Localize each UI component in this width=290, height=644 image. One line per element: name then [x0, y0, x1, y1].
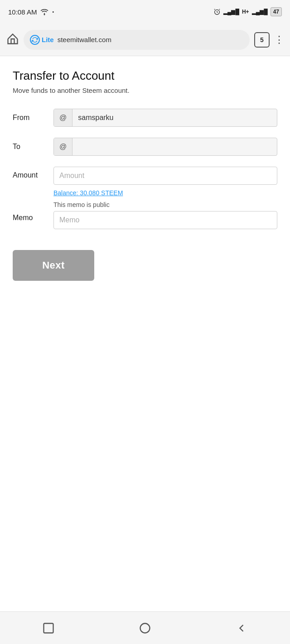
wifi-icon	[40, 8, 48, 16]
amount-section: Amount Balance: 30.080 STEEM	[13, 167, 277, 197]
from-input-wrapper: @	[53, 109, 277, 127]
status-bar: 10:08 AM • ▂▄▆█ H+ ▂▄▆█ 47	[0, 0, 290, 24]
reload-icon	[30, 35, 40, 45]
amount-label: Amount	[13, 167, 53, 179]
browser-bar: Lite steemitwallet.com 5 ⋮	[0, 24, 290, 56]
memo-label: Memo	[13, 201, 53, 222]
memo-input[interactable]	[54, 211, 277, 229]
amount-input[interactable]	[54, 167, 277, 184]
to-row: To @	[13, 138, 277, 156]
lite-badge: Lite	[30, 35, 54, 45]
memo-input-wrapper	[53, 211, 277, 229]
to-label: To	[13, 143, 53, 151]
from-at-symbol: @	[54, 109, 72, 126]
circle-icon	[139, 622, 151, 634]
page-content: Transfer to Account Move funds to anothe…	[0, 56, 290, 299]
from-input	[72, 109, 277, 126]
amount-right: Balance: 30.080 STEEM	[53, 167, 277, 197]
to-input[interactable]	[72, 138, 277, 155]
svg-rect-2	[44, 623, 53, 633]
menu-button[interactable]: ⋮	[274, 35, 284, 45]
memo-section: Memo This memo is public	[13, 201, 277, 229]
amount-input-wrapper	[53, 167, 277, 185]
memo-public-notice: This memo is public	[53, 201, 277, 208]
next-button[interactable]: Next	[13, 250, 94, 281]
page-title: Transfer to Account	[13, 69, 277, 83]
balance-display: Balance: 30.080 STEEM	[53, 188, 277, 197]
battery-indicator: 47	[271, 7, 282, 16]
tab-count[interactable]: 5	[254, 32, 270, 48]
network-type: H+	[242, 9, 249, 15]
back-button[interactable]	[228, 619, 255, 637]
signal-bars-2: ▂▄▆█	[252, 9, 268, 15]
svg-point-3	[140, 623, 150, 633]
status-bar-right: ▂▄▆█ H+ ▂▄▆█ 47	[213, 7, 282, 16]
dot-indicator: •	[52, 10, 54, 14]
alarm-icon	[213, 8, 221, 15]
from-label: From	[13, 114, 53, 122]
square-icon	[42, 622, 55, 634]
url-text: steemitwallet.com	[58, 36, 111, 43]
from-row: From @	[13, 109, 277, 127]
to-input-wrapper: @	[53, 138, 277, 156]
time-display: 10:08 AM	[8, 8, 37, 16]
to-at-symbol: @	[54, 138, 72, 155]
url-bar[interactable]: Lite steemitwallet.com	[24, 30, 250, 50]
triangle-icon	[235, 622, 248, 634]
recent-apps-button[interactable]	[35, 619, 62, 637]
status-bar-left: 10:08 AM •	[8, 8, 54, 16]
signal-bars: ▂▄▆█	[223, 9, 239, 15]
home-button[interactable]	[6, 33, 19, 47]
bottom-nav	[0, 611, 290, 644]
svg-point-0	[44, 14, 45, 15]
home-nav-button[interactable]	[131, 619, 159, 637]
page-subtitle: Move funds to another Steem account.	[13, 87, 277, 94]
memo-right: This memo is public	[53, 201, 277, 229]
